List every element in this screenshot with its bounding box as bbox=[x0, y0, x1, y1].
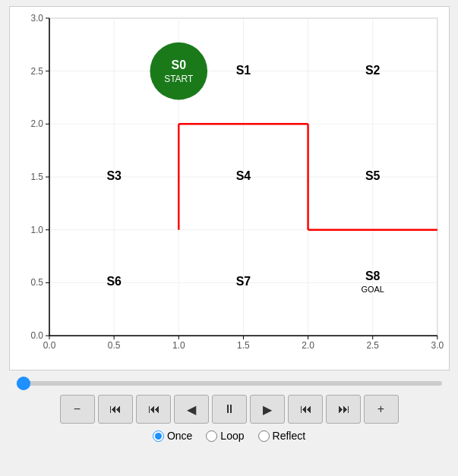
play-fwd-icon: ▶ bbox=[263, 402, 272, 417]
step-back-icon: ⏭ bbox=[147, 402, 160, 416]
y-tick-label: 1.5 bbox=[30, 172, 43, 182]
state-S6-label: S6 bbox=[106, 275, 122, 288]
reflect-option[interactable]: Reflect bbox=[258, 430, 306, 442]
play-forward-button[interactable]: ▶ bbox=[250, 395, 285, 424]
chart-svg: 0.0 0.5 1.0 1.5 2.0 2.5 3.0 0.0 0.5 1.0 … bbox=[10, 7, 449, 370]
y-tick-label: 0.0 bbox=[30, 330, 43, 341]
reflect-label: Reflect bbox=[273, 430, 306, 442]
pause-icon: ⏸ bbox=[223, 402, 235, 416]
minus-icon: − bbox=[74, 402, 81, 416]
x-tick-label: 1.5 bbox=[237, 340, 250, 351]
step-forward-button[interactable]: ⏭ bbox=[288, 395, 323, 424]
once-radio[interactable] bbox=[153, 430, 164, 442]
state-S8-sublabel: GOAL bbox=[361, 285, 384, 294]
x-tick-label: 1.0 bbox=[172, 340, 185, 351]
x-tick-label: 3.0 bbox=[431, 340, 444, 351]
once-option[interactable]: Once bbox=[153, 430, 192, 442]
y-tick-label: 3.0 bbox=[30, 13, 43, 24]
once-label: Once bbox=[167, 430, 192, 442]
skip-end-icon: ⏮ bbox=[337, 402, 349, 416]
state-S8-label: S8 bbox=[365, 270, 380, 282]
timeline-slider[interactable] bbox=[17, 381, 442, 386]
y-tick-label: 1.0 bbox=[30, 225, 43, 235]
state-S3-label: S3 bbox=[106, 169, 122, 182]
skip-to-end-button[interactable]: ⏮ bbox=[326, 395, 361, 424]
playback-mode: Once Loop Reflect bbox=[153, 430, 305, 442]
pause-button[interactable]: ⏸ bbox=[212, 395, 247, 424]
plus-icon: + bbox=[377, 402, 384, 416]
reflect-radio[interactable] bbox=[258, 430, 270, 442]
play-back-icon: ◀ bbox=[187, 402, 196, 417]
state-S1-label: S1 bbox=[235, 64, 251, 77]
x-tick-label: 2.0 bbox=[302, 340, 314, 351]
slider-container bbox=[17, 375, 442, 389]
state-S5-label: S5 bbox=[365, 169, 380, 182]
step-fwd-icon: ⏭ bbox=[299, 402, 311, 416]
state-S0-label: S0 bbox=[171, 58, 186, 71]
controls-area: − ⏮ ⏭ ◀ ⏸ ▶ ⏭ ⏮ + bbox=[9, 370, 450, 442]
state-S4-label: S4 bbox=[235, 169, 251, 182]
skip-to-start-button[interactable]: ⏮ bbox=[98, 395, 133, 424]
y-tick-label: 2.0 bbox=[30, 118, 43, 129]
state-S7-label: S7 bbox=[235, 275, 251, 288]
loop-option[interactable]: Loop bbox=[206, 430, 244, 442]
play-backward-button[interactable]: ◀ bbox=[174, 395, 209, 424]
state-S0-sublabel: START bbox=[164, 74, 194, 84]
x-tick-label: 2.5 bbox=[366, 340, 379, 351]
app: 0.0 0.5 1.0 1.5 2.0 2.5 3.0 0.0 0.5 1.0 … bbox=[0, 0, 458, 476]
volume-up-button[interactable]: + bbox=[364, 395, 399, 424]
y-tick-label: 0.5 bbox=[30, 277, 43, 288]
x-tick-label: 0.5 bbox=[107, 340, 120, 351]
transport-buttons: − ⏮ ⏭ ◀ ⏸ ▶ ⏭ ⏮ + bbox=[60, 395, 399, 424]
chart-container: 0.0 0.5 1.0 1.5 2.0 2.5 3.0 0.0 0.5 1.0 … bbox=[9, 6, 450, 370]
state-S2-label: S2 bbox=[365, 64, 380, 77]
skip-start-icon: ⏮ bbox=[109, 402, 122, 416]
x-tick-label: 0.0 bbox=[43, 340, 55, 351]
loop-radio[interactable] bbox=[206, 430, 217, 442]
loop-label: Loop bbox=[220, 430, 244, 442]
volume-down-button[interactable]: − bbox=[60, 395, 95, 424]
step-back-button[interactable]: ⏭ bbox=[136, 395, 171, 424]
y-tick-label: 2.5 bbox=[30, 66, 43, 77]
